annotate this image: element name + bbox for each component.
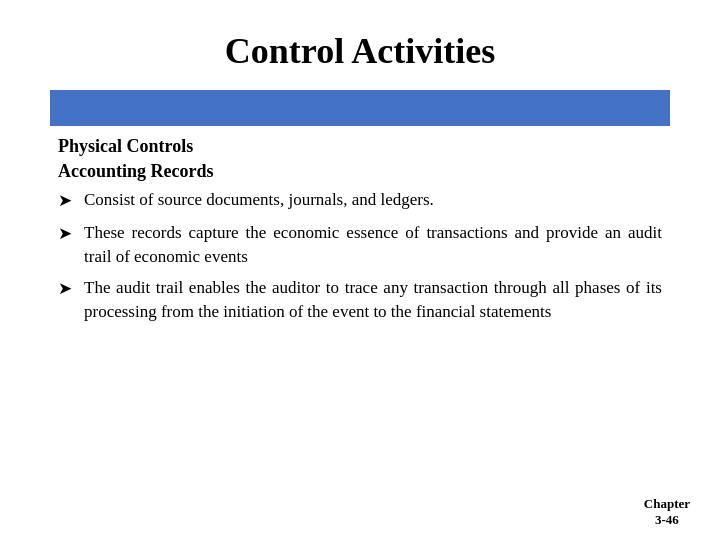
blue-bar: [50, 90, 670, 126]
bullet-arrow-2: ➤: [58, 222, 80, 246]
chapter-line1: Chapter: [644, 496, 690, 511]
bullet-text-3: The audit trail enables the auditor to t…: [84, 276, 662, 324]
slide-title: Control Activities: [50, 30, 670, 72]
bullet-list: ➤ Consist of source documents, journals,…: [58, 188, 662, 324]
bullet-text-2: These records capture the economic essen…: [84, 221, 662, 269]
bullet-arrow-1: ➤: [58, 189, 80, 213]
chapter-line2: 3-46: [655, 512, 679, 527]
content-area: Physical Controls Accounting Records ➤ C…: [50, 136, 670, 324]
bullet-arrow-3: ➤: [58, 277, 80, 301]
bullet-text-1: Consist of source documents, journals, a…: [84, 188, 662, 212]
section2-title: Accounting Records: [58, 161, 662, 182]
chapter-label: Chapter 3-46: [644, 496, 690, 528]
section1-title: Physical Controls: [58, 136, 662, 157]
slide: Control Activities Physical Controls Acc…: [0, 0, 720, 540]
list-item: ➤ Consist of source documents, journals,…: [58, 188, 662, 213]
list-item: ➤ The audit trail enables the auditor to…: [58, 276, 662, 324]
list-item: ➤ These records capture the economic ess…: [58, 221, 662, 269]
